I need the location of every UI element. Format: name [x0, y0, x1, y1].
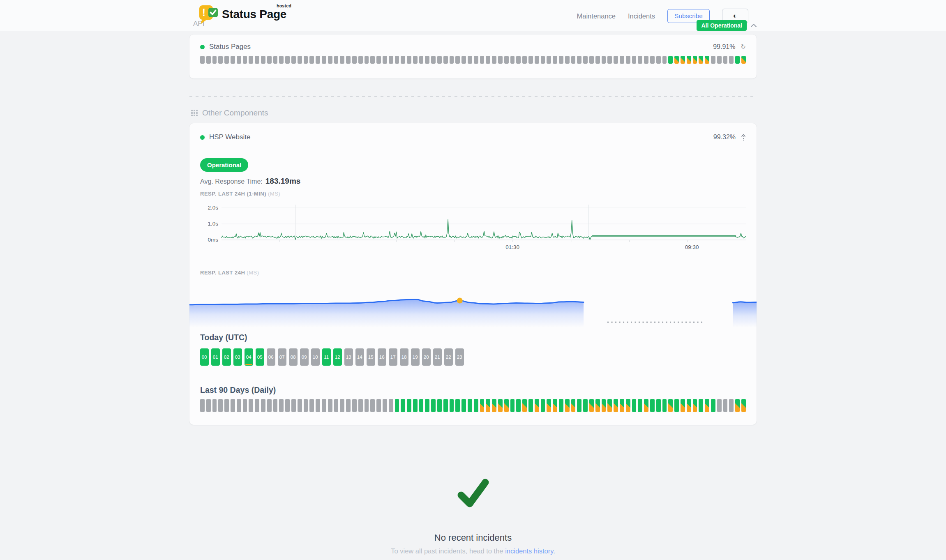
uptime-bar[interactable] — [267, 56, 272, 64]
hour-block[interactable]: 06 — [267, 348, 275, 366]
uptime-bar[interactable] — [395, 399, 399, 412]
uptime-bar[interactable] — [413, 399, 418, 412]
uptime-bar[interactable] — [237, 56, 241, 64]
uptime-bar[interactable] — [638, 399, 642, 412]
uptime-bar[interactable] — [516, 56, 521, 64]
uptime-bar[interactable] — [273, 399, 278, 412]
uptime-bar[interactable] — [626, 399, 630, 412]
uptime-bar[interactable] — [383, 56, 387, 64]
uptime-bar[interactable] — [419, 56, 424, 64]
uptime-bar[interactable] — [309, 56, 314, 64]
uptime-bar[interactable] — [437, 399, 442, 412]
uptime-bar[interactable] — [365, 56, 369, 64]
uptime-bar[interactable] — [413, 56, 418, 64]
uptime-bar[interactable] — [407, 56, 411, 64]
uptime-bar[interactable] — [644, 399, 648, 412]
uptime-bar[interactable] — [334, 399, 339, 412]
chevron-up-icon[interactable] — [750, 23, 757, 28]
uptime-bar[interactable] — [668, 399, 673, 412]
uptime-bar[interactable] — [522, 399, 527, 412]
uptime-bar[interactable] — [589, 399, 594, 412]
uptime-bar[interactable] — [595, 56, 600, 64]
uptime-bar[interactable] — [407, 399, 411, 412]
uptime-bar[interactable] — [370, 56, 375, 64]
uptime-bar[interactable] — [729, 399, 734, 412]
uptime-bar[interactable] — [346, 56, 351, 64]
uptime-bar[interactable] — [389, 399, 393, 412]
uptime-bar[interactable] — [620, 56, 624, 64]
uptime-bar[interactable] — [583, 56, 588, 64]
uptime-bar[interactable] — [510, 56, 515, 64]
uptime-bar[interactable] — [285, 399, 290, 412]
uptime-bar[interactable] — [358, 56, 363, 64]
uptime-bar[interactable] — [486, 399, 490, 412]
uptime-bar[interactable] — [644, 56, 648, 64]
hour-block[interactable]: 18 — [400, 348, 408, 366]
uptime-bar[interactable] — [425, 56, 429, 64]
uptime-bar[interactable] — [340, 56, 344, 64]
uptime-bar[interactable] — [273, 56, 278, 64]
uptime-bar[interactable] — [741, 56, 746, 64]
uptime-bar[interactable] — [711, 399, 715, 412]
uptime-bar[interactable] — [468, 399, 472, 412]
uptime-bar[interactable] — [559, 56, 563, 64]
uptime-bar[interactable] — [547, 399, 551, 412]
uptime-bar[interactable] — [231, 56, 235, 64]
uptime-bar[interactable] — [577, 56, 581, 64]
hour-block[interactable]: 23 — [455, 348, 464, 366]
hour-block[interactable]: 16 — [378, 348, 386, 366]
uptime-bar[interactable] — [687, 56, 691, 64]
uptime-bar[interactable] — [632, 56, 637, 64]
uptime-bar[interactable] — [498, 56, 503, 64]
uptime-bar[interactable] — [498, 399, 503, 412]
uptime-bar[interactable] — [541, 56, 545, 64]
uptime-bar[interactable] — [668, 56, 673, 64]
uptime-bar[interactable] — [705, 56, 709, 64]
uptime-bar[interactable] — [741, 399, 746, 412]
nav-incidents[interactable]: Incidents — [628, 12, 655, 20]
uptime-bar[interactable] — [699, 399, 703, 412]
uptime-bar[interactable] — [218, 399, 223, 412]
uptime-bar[interactable] — [638, 56, 642, 64]
uptime-bar[interactable] — [455, 399, 460, 412]
uptime-bar[interactable] — [443, 399, 448, 412]
uptime-bar[interactable] — [237, 399, 241, 412]
uptime-bar[interactable] — [261, 56, 265, 64]
overall-status-badge[interactable]: All Operational — [697, 20, 747, 31]
uptime-bar[interactable] — [267, 399, 272, 412]
uptime-bar[interactable] — [510, 399, 515, 412]
uptime-bar[interactable] — [735, 399, 740, 412]
uptime-bar[interactable] — [547, 56, 551, 64]
uptime-bar[interactable] — [279, 399, 284, 412]
hour-block[interactable]: 03 — [233, 348, 242, 366]
uptime-bar[interactable] — [316, 56, 320, 64]
hour-block[interactable]: 13 — [344, 348, 353, 366]
uptime-bar[interactable] — [492, 56, 496, 64]
uptime-bar[interactable] — [693, 399, 697, 412]
uptime-bar[interactable] — [298, 56, 302, 64]
uptime-bar[interactable] — [650, 399, 655, 412]
uptime-bar[interactable] — [389, 56, 393, 64]
uptime-bar[interactable] — [340, 399, 344, 412]
response-time-area-chart[interactable] — [189, 280, 757, 327]
uptime-bar[interactable] — [206, 399, 211, 412]
hour-block[interactable]: 07 — [278, 348, 286, 366]
uptime-bar[interactable] — [504, 399, 509, 412]
uptime-bar[interactable] — [480, 399, 485, 412]
uptime-bar[interactable] — [662, 56, 667, 64]
uptime-bar[interactable] — [231, 399, 235, 412]
response-time-line-chart[interactable]: 2.0s1.0s0ms01:3009:30 — [200, 199, 746, 252]
uptime-bar[interactable] — [376, 56, 381, 64]
uptime-bar[interactable] — [656, 56, 661, 64]
uptime-bar[interactable] — [717, 56, 722, 64]
uptime-bar[interactable] — [699, 56, 703, 64]
uptime-bar[interactable] — [304, 399, 308, 412]
uptime-bar[interactable] — [383, 399, 387, 412]
uptime-bar[interactable] — [516, 399, 521, 412]
uptime-bar[interactable] — [218, 56, 223, 64]
uptime-bar[interactable] — [577, 399, 581, 412]
uptime-bar[interactable] — [249, 399, 253, 412]
uptime-bar[interactable] — [535, 56, 539, 64]
uptime-bar[interactable] — [486, 56, 490, 64]
uptime-bar[interactable] — [571, 399, 576, 412]
